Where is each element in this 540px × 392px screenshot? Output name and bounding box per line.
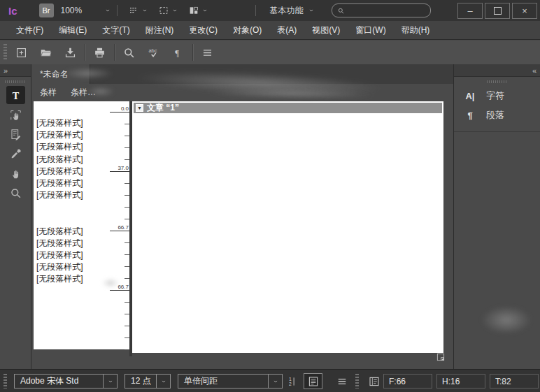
workspace-label: 基本功能 <box>270 5 304 17</box>
leading-dropdown[interactable]: 单倍间距 <box>178 374 283 389</box>
chevron-down-icon <box>156 375 170 388</box>
new-document-button[interactable] <box>10 43 31 61</box>
dock-items: A| 字符 ¶ 段落 <box>454 86 540 125</box>
maximize-icon <box>494 7 502 15</box>
paragraph-style-label: [无段落样式] <box>36 141 104 153</box>
chevron-down-icon <box>268 375 282 388</box>
statusbar-grip[interactable] <box>355 374 359 389</box>
paragraph-style-label: [无段落样式] <box>36 249 104 261</box>
zoom-level-dropdown[interactable]: 100% <box>61 6 111 15</box>
view-options-dropdown[interactable] <box>128 5 148 16</box>
incopy-logo: Ic <box>8 5 17 17</box>
menu-item[interactable]: 更改(C) <box>181 24 225 36</box>
find-button[interactable] <box>118 43 139 61</box>
menu-item[interactable]: 表(A) <box>269 24 304 36</box>
font-family-value: Adobe 宋体 Std <box>15 375 103 387</box>
styles-panel-tab[interactable]: 条样 <box>40 87 57 99</box>
expand-panel-button[interactable]: » <box>3 66 8 75</box>
note-icon <box>9 128 22 141</box>
divider <box>255 5 256 16</box>
leading-value: 单倍间距 <box>178 375 268 387</box>
eyedropper-tool[interactable] <box>6 145 25 163</box>
maximize-button[interactable] <box>485 3 510 19</box>
screen-mode-dropdown[interactable] <box>158 5 178 16</box>
style-column: [无段落样式][无段落样式][无段落样式][无段落样式][无段落样式][无段落样… <box>34 101 129 349</box>
spellcheck-button[interactable] <box>143 43 164 61</box>
dock-item-label: 段落 <box>486 109 504 122</box>
menu-item[interactable]: 编辑(E) <box>51 24 94 36</box>
search-icon <box>337 7 345 15</box>
position-tool[interactable] <box>6 106 25 124</box>
save-button[interactable] <box>59 43 80 61</box>
menu-item[interactable]: 窗口(W) <box>348 24 393 36</box>
paragraph-style-label: [无段落样式] <box>36 154 104 166</box>
paragraph-style-label: [无段落样式] <box>36 129 104 141</box>
chevron-down-icon <box>171 7 178 14</box>
hamburger-icon <box>336 375 348 388</box>
collapse-dock-button[interactable]: « <box>532 66 537 75</box>
zoom-tool[interactable] <box>6 184 25 202</box>
story-title: 文章 “1” <box>147 102 179 114</box>
menu-item[interactable]: 文字(T) <box>94 24 137 36</box>
paragraph-icon: ¶ <box>463 110 477 121</box>
arrange-documents-dropdown[interactable] <box>188 5 208 16</box>
menu-bar: 文件(F)编辑(E)文字(T)附注(N)更改(C)对象(O)表(A)视图(V)窗… <box>0 21 540 40</box>
open-button[interactable] <box>35 43 56 61</box>
hand-tool[interactable] <box>6 164 25 182</box>
menu-item[interactable]: 视图(V) <box>304 24 348 36</box>
dock-item-label: 字符 <box>486 89 504 102</box>
story-header[interactable]: ▼ 文章 “1” <box>134 103 442 113</box>
view-options-icon <box>128 5 139 16</box>
statusbar-menu-button[interactable] <box>334 374 350 389</box>
tools-list <box>0 86 31 202</box>
note-tool[interactable] <box>6 125 25 143</box>
paragraph-panel-button[interactable]: ¶ 段落 <box>454 106 540 125</box>
zoom-level-value: 100% <box>61 6 83 15</box>
status-bar: Adobe 宋体 Std 12 点 单倍间距 F:66 H:16 T:82 <box>0 369 540 392</box>
character-panel-button[interactable]: A| 字符 <box>454 86 540 106</box>
print-button[interactable] <box>89 43 110 61</box>
paragraph-style-label: [无段落样式] <box>36 238 104 249</box>
story-editor: ▼ 文章 “1” <box>132 101 443 353</box>
right-dock-grip[interactable] <box>487 80 508 83</box>
styles-panel-tab[interactable]: 条样… <box>71 87 96 99</box>
menu-item[interactable]: 帮助(H) <box>394 24 438 36</box>
collapse-story-icon[interactable]: ▼ <box>136 104 143 112</box>
incopy-window: abc ¶ T 12 Ic Br 100% <box>0 0 540 392</box>
document-tab[interactable]: *未命名 <box>31 64 90 84</box>
workspace-switcher[interactable]: 基本功能 <box>270 5 315 17</box>
menu-item[interactable]: 文件(F) <box>8 24 51 36</box>
bridge-button[interactable]: Br <box>39 3 54 17</box>
line-numbers-toggle[interactable] <box>285 374 301 389</box>
position-hand-icon <box>9 108 22 122</box>
toolbar-grip[interactable] <box>3 44 7 61</box>
paragraph-style-label: [无段落样式] <box>36 261 104 273</box>
close-button[interactable]: × <box>512 3 537 19</box>
story-text-area[interactable] <box>134 113 442 351</box>
chevron-down-icon <box>104 7 111 14</box>
search-box[interactable] <box>332 3 431 17</box>
galley-view-toggle[interactable] <box>304 373 322 389</box>
tools-panel-grip[interactable] <box>5 80 26 83</box>
open-folder-icon <box>39 46 52 59</box>
paragraph-style-label: [无段落样式] <box>36 117 104 129</box>
paragraph-style-label: [无段落样式] <box>36 166 104 177</box>
type-tool[interactable] <box>6 86 25 104</box>
style-rows: [无段落样式][无段落样式][无段落样式][无段落样式][无段落样式][无段落样… <box>36 117 104 286</box>
divider <box>114 44 115 61</box>
font-family-dropdown[interactable]: Adobe 宋体 Std <box>14 374 118 389</box>
font-size-dropdown[interactable]: 12 点 <box>125 374 171 389</box>
minimize-button[interactable]: – <box>457 3 483 19</box>
menu-item[interactable]: 对象(O) <box>225 24 269 36</box>
statusbar-grip[interactable] <box>3 374 7 389</box>
stat-field-f: F:66 <box>383 374 432 389</box>
paragraph-style-label <box>36 201 104 213</box>
pilcrow-icon <box>171 46 185 59</box>
search-input[interactable] <box>348 6 425 15</box>
chevron-down-icon <box>103 375 117 388</box>
chevron-down-icon <box>141 7 148 14</box>
show-hidden-characters-button[interactable] <box>167 43 188 61</box>
page-curl-icon[interactable] <box>435 352 446 362</box>
toolbar-menu-button[interactable] <box>197 43 218 61</box>
menu-item[interactable]: 附注(N) <box>138 24 182 36</box>
